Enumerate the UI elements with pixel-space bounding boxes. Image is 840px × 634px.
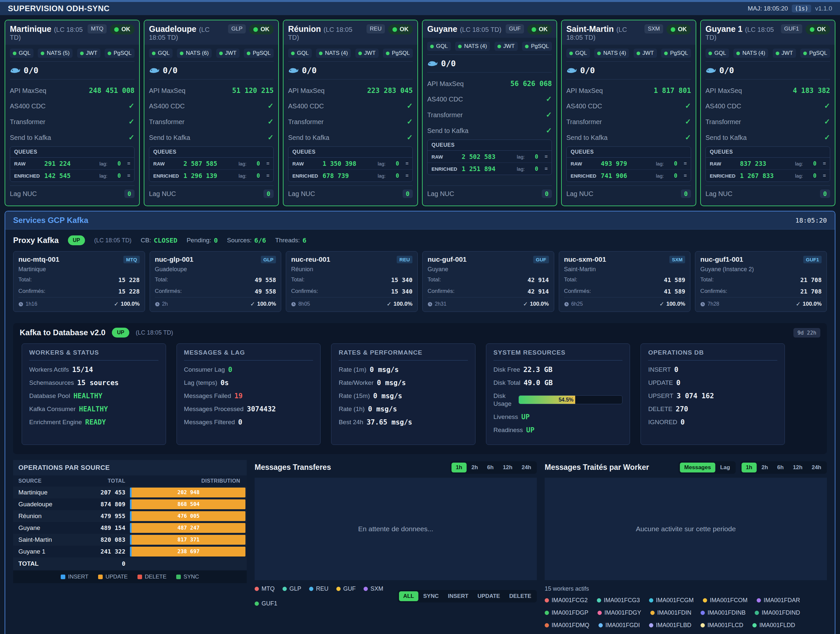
check-icon: ✓	[268, 117, 274, 126]
whale-icon	[149, 67, 159, 74]
nuc-footer: 6h25✓100.0%	[564, 297, 685, 308]
green-dot-icon	[597, 52, 601, 55]
table-row: Réunion479 955476 005	[13, 510, 247, 522]
range-2h-button[interactable]: 2h	[757, 463, 772, 473]
update-bar-segment: 868 504	[131, 500, 245, 509]
worker-chip: IMA001FDAR	[757, 597, 800, 604]
mode-messages-button[interactable]: Messages	[680, 463, 715, 473]
mode-lag-button[interactable]: Lag	[716, 463, 734, 473]
services-gcp-kafka-section: Services GCP Kafka 18:05:20 Proxy Kafka …	[5, 211, 835, 634]
api-maxseq-value: 248 451 008	[89, 87, 134, 95]
legend-insert: INSERT	[61, 574, 88, 580]
worker-chip: IMA001FGDI	[598, 622, 640, 629]
step-as400-row: AS400 CDC✓	[288, 102, 413, 110]
nuc-code-badge: GUF1	[803, 256, 822, 263]
divider	[339, 360, 468, 360]
trend-icon: =	[682, 173, 687, 179]
refresh-interval-badge[interactable]: (1s)	[792, 5, 811, 13]
region-card-body: GQL NATS (4) JWT PgSQL 0/0 API MaxSeq4 1…	[701, 45, 835, 202]
panel-row: Messages Processed3074432	[184, 405, 313, 413]
range-12h-button[interactable]: 12h	[788, 463, 807, 473]
panel-row: Messages Failed19	[184, 392, 313, 400]
nuc-header: nuc-glp-001GLP	[155, 255, 276, 263]
nuc-confirm-rate: ✓100.0%	[796, 300, 822, 308]
check-icon: ✓	[796, 300, 801, 308]
tag-nats: NATS (4)	[455, 42, 490, 51]
worker-color-dot	[545, 611, 549, 615]
range-24h-button[interactable]: 24h	[518, 463, 535, 473]
raw-count: 1 350 398	[322, 160, 378, 167]
worker-chip: IMA001FCG3	[597, 597, 640, 604]
region-card-header: Réunion(LC 18:05 TD) REU OK	[284, 21, 417, 45]
region-status-badge: OK	[249, 24, 274, 35]
api-maxseq-value: 1 817 801	[654, 87, 691, 95]
worker-color-dot	[701, 623, 705, 628]
enriched-count: 1 267 833	[740, 172, 795, 179]
mtq-color-dot	[255, 587, 259, 591]
nuc-confirmed-value: 41 589	[664, 288, 685, 295]
queues-title: QUEUES	[706, 147, 830, 158]
green-dot-icon	[569, 52, 573, 55]
nuc-card-reu: nuc-reu-001REU Réunion Total:15 340 Conf…	[286, 251, 418, 312]
range-6h-button[interactable]: 6h	[483, 463, 498, 473]
green-dot-icon	[291, 52, 295, 55]
messages-lag-panel: MESSAGES & LAG Consumer Lag0 Lag (temps)…	[177, 343, 321, 445]
ops-legend: INSERT UPDATE DELETE SYNC	[13, 571, 247, 583]
filter-update-button[interactable]: UPDATE	[473, 591, 504, 601]
divider	[184, 360, 313, 360]
region-title-wrap: Guyane 1(LC 18:05 TD)	[706, 24, 778, 41]
nuc-uptime: 8h05	[291, 301, 310, 307]
step-transformer-row: Transformer✓	[10, 117, 134, 126]
green-dot-icon	[80, 52, 84, 55]
range-2h-button[interactable]: 2h	[467, 463, 482, 473]
queue-raw-row: RAW2 502 583lag:0=	[428, 151, 551, 163]
nuc-card-mtq: nuc-mtq-001MTQ Martinique Total:15 228 C…	[13, 251, 145, 312]
nuc-total-value: 41 589	[664, 277, 685, 283]
table-row: Saint-Martin820 083817 371	[13, 534, 247, 545]
filter-delete-button[interactable]: DELETE	[505, 591, 535, 601]
filter-all-button[interactable]: ALL	[399, 591, 418, 601]
lag-nuc-row: Lag NUC0	[149, 190, 274, 198]
series-legend: MTQ GLP REU GUF SXM GUF1	[255, 585, 398, 607]
region-card-body: GQL NATS (4) JWT PgSQL 0/0 API MaxSeq56 …	[423, 38, 556, 202]
nuc-confirmed-row: Confirmés:41 589	[564, 288, 685, 295]
queue-enriched-row: ENRICHED1 251 894lag:0=	[428, 163, 551, 175]
tag-nats: NATS (6)	[177, 49, 212, 58]
range-24h-button[interactable]: 24h	[807, 463, 826, 473]
enriched-count: 142 545	[44, 172, 99, 179]
nuc-header: nuc-guf1-001GUF1	[700, 255, 822, 263]
range-1h-button[interactable]: 1h	[452, 463, 467, 473]
raw-lag: 0	[252, 160, 264, 167]
worker-color-dot	[545, 598, 549, 602]
raw-lag: 0	[809, 160, 821, 167]
service-tags: GQL NATS (6) JWT PgSQL	[149, 49, 274, 58]
region-name: Guyane	[427, 24, 458, 33]
filter-insert-button[interactable]: INSERT	[444, 591, 472, 601]
region-last-check: (LC 18:05 TD)	[460, 26, 501, 33]
region-badges: REU OK	[366, 24, 413, 41]
enriched-count: 1 251 894	[462, 165, 517, 172]
raw-count: 837 233	[740, 160, 795, 167]
queues-box: QUEUES RAW1 350 398lag:0= ENRICHED678 73…	[288, 146, 413, 182]
check-icon: ✓	[250, 300, 255, 308]
range-6h-button[interactable]: 6h	[773, 463, 788, 473]
nuc-total-value: 15 340	[391, 277, 412, 283]
queues-box: QUEUES RAW837 233lag:0= ENRICHED1 267 83…	[706, 146, 830, 182]
worker-color-dot	[757, 598, 761, 602]
queue-enriched-row: ENRICHED1 267 833lag:0=	[706, 170, 830, 182]
whale-icon	[566, 67, 577, 74]
disk-usage-row: Disk Usage 54.5%	[494, 392, 623, 408]
nuc-total-row: Total:15 228	[18, 277, 140, 283]
region-card-header: Saint-Martin(LC 18:05 TD) SXM OK	[562, 21, 696, 45]
worker-chip: IMA001FLBD	[649, 622, 692, 629]
green-dot-icon	[776, 52, 779, 55]
divider	[427, 185, 552, 186]
api-maxseq-row: API MaxSeq223 283 045	[288, 87, 413, 95]
filter-sync-button[interactable]: SYNC	[419, 591, 443, 601]
range-12h-button[interactable]: 12h	[499, 463, 516, 473]
range-1h-button[interactable]: 1h	[742, 463, 757, 473]
workers-count: 15 workers actifs	[545, 585, 827, 592]
divider	[288, 79, 413, 79]
docker-status: 0/0	[566, 66, 691, 75]
region-card-guyane: Guyane(LC 18:05 TD) GUF OK GQL NATS (4) …	[422, 20, 557, 206]
